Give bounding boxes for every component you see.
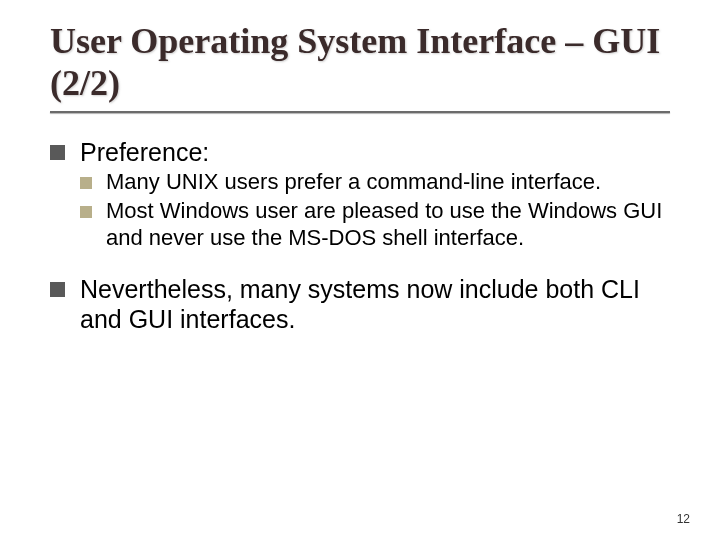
slide-title: User Operating System Interface – GUI (2… bbox=[50, 20, 670, 105]
bullet-preference-label: Preference: bbox=[80, 138, 209, 166]
bullet-nevertheless-text: Nevertheless, many systems now include b… bbox=[80, 275, 640, 334]
slide-body: Preference: Many UNIX users prefer a com… bbox=[50, 137, 670, 335]
bullet-nevertheless: Nevertheless, many systems now include b… bbox=[50, 274, 670, 335]
title-underline bbox=[50, 111, 670, 113]
sub-bullet-windows-text: Most Windows user are pleased to use the… bbox=[106, 198, 662, 250]
sub-bullet-unix: Many UNIX users prefer a command-line in… bbox=[80, 169, 670, 196]
bullet-list: Preference: Many UNIX users prefer a com… bbox=[50, 137, 670, 335]
slide-number: 12 bbox=[677, 512, 690, 526]
sub-bullet-list: Many UNIX users prefer a command-line in… bbox=[80, 169, 670, 251]
slide: User Operating System Interface – GUI (2… bbox=[0, 0, 720, 540]
sub-bullet-windows: Most Windows user are pleased to use the… bbox=[80, 198, 670, 252]
bullet-preference: Preference: Many UNIX users prefer a com… bbox=[50, 137, 670, 252]
sub-bullet-unix-text: Many UNIX users prefer a command-line in… bbox=[106, 169, 601, 194]
